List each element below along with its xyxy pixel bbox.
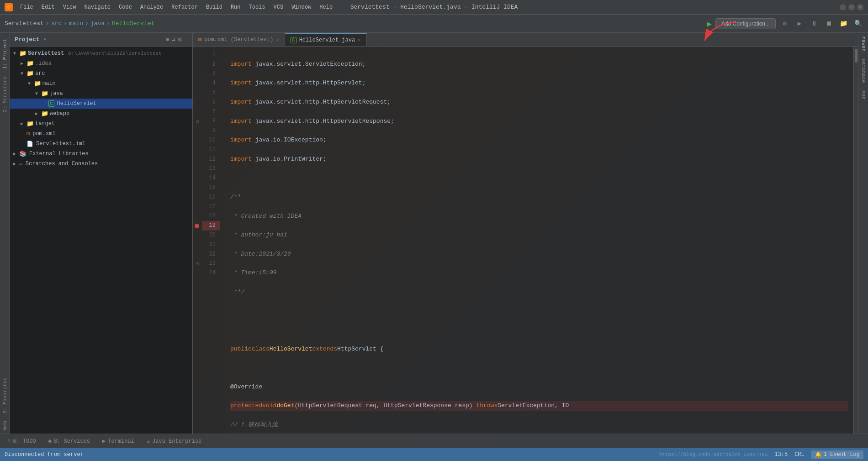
menu-refactor[interactable]: Refactor (168, 3, 201, 11)
tab-close-pom[interactable]: ✕ (276, 37, 279, 43)
line-num-9: 9 (202, 126, 220, 136)
editor-tabs: m pom.xml (Servlettest) ✕ C HelloServlet… (193, 33, 858, 47)
menu-analyze[interactable]: Analyze (137, 3, 167, 11)
tab-close-java[interactable]: ✕ (358, 37, 361, 43)
project-icon-1[interactable]: ⊕ (165, 36, 169, 43)
gutter-5 (193, 88, 202, 98)
tree-item-main[interactable]: ▼ 📁 main (10, 79, 192, 89)
gutter-13 (193, 164, 202, 174)
external-lib-icon: 📚 (19, 150, 26, 157)
menu-tools[interactable]: Tools (245, 3, 269, 11)
sidebar-item-web[interactable]: Web (1, 417, 9, 434)
java-enterprise-label: Java Enterprise (152, 438, 201, 445)
right-tab-database[interactable]: Database (859, 55, 868, 87)
bottom-tab-java-enterprise[interactable]: ☕ Java Enterprise (144, 437, 204, 445)
minimize-button[interactable]: — (840, 4, 846, 10)
gutter-11 (193, 145, 202, 155)
toolbar-icon-1[interactable]: ⚙ (779, 18, 790, 29)
expand-arrow-spacer: ▶ (21, 141, 25, 147)
menu-help[interactable]: Help (316, 3, 336, 11)
right-tab-ant[interactable]: Ant (859, 87, 868, 103)
expand-arrow: ▶ (13, 151, 18, 157)
right-sidebar: Maven Database Ant (858, 33, 868, 434)
bottom-tab-terminal[interactable]: ▶ Terminal (100, 437, 137, 445)
tree-item-servlettest[interactable]: ▼ 📁 Servlettest D:\JAVA\work\210329\Serv… (10, 48, 192, 58)
xml-icon: m (26, 131, 30, 137)
toolbar-icon-6[interactable]: 🔍 (852, 18, 863, 29)
toolbar-icon-3[interactable]: ⏸ (809, 18, 820, 29)
tab-helloservlet[interactable]: C HelloServlet.java ✕ (285, 33, 367, 46)
close-button[interactable]: ✕ (857, 4, 863, 10)
menu-run[interactable]: Run (227, 3, 244, 11)
menu-edit[interactable]: Edit (38, 3, 58, 11)
expand-arrow: ▶ (21, 61, 25, 66)
gutter-1 (193, 50, 202, 60)
toolbar-icon-5[interactable]: 📁 (838, 18, 849, 29)
tree-item-scratches[interactable]: ▶ ✏ Scratches and Consoles (10, 159, 192, 169)
line-num-7: 7 (202, 107, 220, 117)
tab-pomxml[interactable]: m pom.xml (Servlettest) ✕ (193, 33, 285, 46)
tree-item-pomxml[interactable]: ▶ m pom.xml (10, 129, 192, 139)
tree-item-idea[interactable]: ▶ 📁 .idea (10, 58, 192, 68)
menu-vcs[interactable]: VCS (270, 3, 287, 11)
tree-item-helloservlet[interactable]: ▶ C HelloServlet (10, 99, 192, 109)
tab-label-pom: pom.xml (Servlettest) (204, 37, 273, 43)
menu-window[interactable]: Window (288, 3, 315, 11)
tree-item-java[interactable]: ▼ 📁 java (10, 89, 192, 99)
breadcrumb-java[interactable]: java (90, 20, 105, 27)
breadcrumb-src[interactable]: src (51, 20, 62, 27)
folder-icon: 📁 (41, 90, 48, 97)
tree-item-src[interactable]: ▼ 📁 src (10, 68, 192, 79)
line-num-15: 15 (202, 183, 220, 193)
sidebar-item-favorites[interactable]: 2: Favorites (1, 374, 9, 417)
line-num-1: 1 (202, 50, 220, 60)
add-configuration-button[interactable]: Add Configuration... (715, 18, 776, 29)
menu-view[interactable]: View (59, 3, 80, 11)
expand-arrow: ▼ (21, 71, 25, 76)
code-line-8: /** (230, 193, 848, 202)
sidebar-item-project[interactable]: 1: Project (1, 35, 9, 73)
breadcrumb-file[interactable]: HelloServlet (112, 20, 155, 27)
project-icon-4[interactable]: − (184, 36, 188, 43)
window-title: Servlettest - HelloServlet.java - Intell… (350, 4, 518, 10)
breadcrumb-main[interactable]: main (69, 20, 83, 27)
tab-icon-java: C (291, 37, 296, 43)
code-content[interactable]: import javax.servlet.ServletException; i… (225, 47, 853, 434)
status-encoding: CRL (794, 451, 804, 458)
bottom-tab-todo[interactable]: ≡ 6: TODO (5, 437, 39, 445)
menu-file[interactable]: File (16, 3, 37, 11)
tree-label-idea: .idea (35, 60, 52, 67)
tree-detail-servlettest: D:\JAVA\work\210329\Servlettest (68, 51, 162, 56)
gutter-4 (193, 79, 202, 88)
event-log-button[interactable]: 🔔 1 Event Log (811, 451, 863, 459)
line-num-17: 17 (202, 202, 220, 212)
project-icon-2[interactable]: ⇄ (172, 36, 175, 43)
terminal-label: Terminal (108, 438, 134, 445)
code-line-9: * Created with IDEA (230, 212, 848, 221)
tree-item-target[interactable]: ▶ 📁 target (10, 119, 192, 129)
status-message: Disconnected from server (5, 451, 84, 458)
right-tab-maven[interactable]: Maven (859, 33, 868, 55)
toolbar-icon-2[interactable]: ▶ (794, 18, 805, 29)
maximize-button[interactable]: □ (848, 4, 855, 10)
tree-item-iml[interactable]: ▶ 📄 Servlettest.iml (10, 139, 192, 149)
tree-label-webapp: webapp (50, 110, 69, 117)
project-icon-3[interactable]: ⚙ (178, 36, 181, 43)
sidebar-item-structure[interactable]: 2: Structure (1, 73, 9, 116)
tree-item-external-libs[interactable]: ▶ 📚 External Libraries (10, 149, 192, 159)
toolbar-icon-4[interactable]: ⏹ (823, 18, 834, 29)
editor-scrollbar[interactable] (853, 47, 858, 434)
tree-item-webapp[interactable]: ▶ 📁 webapp (10, 109, 192, 119)
menu-build[interactable]: Build (202, 3, 226, 11)
breadcrumb-project[interactable]: Servlettest (5, 20, 44, 27)
gutter-12 (193, 155, 202, 164)
status-url[interactable]: https://blog.csdn.net/palmd_50997485 (659, 452, 768, 457)
folder-icon: 📁 (26, 70, 34, 77)
title-bar: 🔶 File Edit View Navigate Code Analyze R… (0, 0, 868, 15)
code-line-4: import javax.servlet.http.HttpServletRes… (230, 117, 848, 126)
toolbar: Servlettest › src › main › java › HelloS… (0, 15, 868, 33)
menu-navigate[interactable]: Navigate (80, 3, 114, 11)
gutter-3 (193, 69, 202, 79)
menu-code[interactable]: Code (115, 3, 136, 11)
bottom-tab-services[interactable]: ◉ 8: Services (46, 437, 93, 445)
